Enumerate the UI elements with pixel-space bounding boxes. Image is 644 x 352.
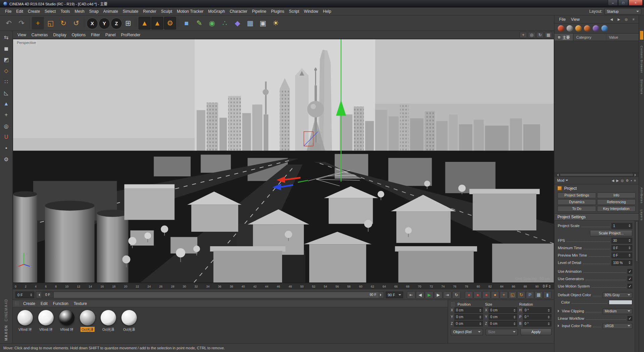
attribute-tab[interactable]: Info: [597, 192, 636, 198]
viewport-layout-toggle-icon[interactable]: ▦: [545, 32, 552, 38]
take-tree-area[interactable]: [554, 41, 639, 173]
current-frame-field[interactable]: 0 F: [15, 292, 34, 298]
menu-item[interactable]: Plugins: [269, 8, 286, 15]
material-preview-sphere[interactable]: [80, 310, 95, 325]
viewport-menu-item[interactable]: View: [15, 32, 29, 38]
attribute-tab[interactable]: Project Settings: [557, 192, 596, 198]
take-settings-icon[interactable]: [601, 25, 608, 32]
viewport-canvas[interactable]: Perspective Grid Spacing : 50 cm Y X: [13, 39, 554, 283]
section-header[interactable]: Project Settings: [554, 213, 639, 221]
rotation-b-field[interactable]: 0 °: [523, 321, 551, 326]
dock-tab[interactable]: Attributes: [640, 186, 643, 205]
menu-item[interactable]: Render: [141, 8, 159, 15]
material-preview-sphere[interactable]: [121, 310, 137, 325]
use-generators-checkbox[interactable]: ✓: [628, 276, 632, 281]
scale-project-button[interactable]: Scale Project...: [590, 230, 632, 236]
menu-item[interactable]: Motion Tracker: [174, 8, 206, 15]
use-motion-system-checkbox[interactable]: ✓: [628, 284, 632, 289]
attribute-tab[interactable]: Dynamics: [557, 199, 596, 205]
viewport-menu-item[interactable]: Options: [69, 32, 88, 38]
viewport-menu-item[interactable]: Filter: [88, 32, 103, 38]
take-filter-icon[interactable]: [593, 25, 599, 32]
take-sphere-icon[interactable]: [567, 25, 573, 32]
previous-frame-button[interactable]: ◀: [416, 291, 424, 299]
render-picture-viewer-button[interactable]: ▲: [151, 17, 163, 30]
material-item[interactable]: VRmtl 环: [58, 310, 76, 332]
menu-item[interactable]: Pipeline: [250, 8, 269, 15]
move-tool[interactable]: +: [32, 17, 44, 30]
position-z-field[interactable]: 0 cm: [454, 321, 483, 326]
record-keyframe-button[interactable]: ●: [465, 291, 473, 299]
default-object-color-dropdown[interactable]: 80% Gray: [603, 292, 632, 298]
fps-field[interactable]: 30: [611, 238, 632, 244]
material-menu-item[interactable]: Edit: [38, 301, 50, 307]
position-y-field[interactable]: 0 cm: [454, 314, 483, 320]
keyframe-selection-grid-button[interactable]: ▦: [535, 291, 543, 299]
subdivision-surface-button[interactable]: ◉: [206, 17, 218, 30]
level-of-detail-field[interactable]: 100 %: [611, 260, 632, 266]
light-button[interactable]: ☀: [270, 17, 282, 30]
material-preview-sphere[interactable]: [17, 310, 33, 325]
solo-animation-button[interactable]: ▮: [543, 291, 551, 299]
last-used-tool[interactable]: ↺: [70, 17, 82, 30]
apply-button[interactable]: Apply: [521, 328, 551, 335]
attribute-tab[interactable]: To Do: [557, 206, 596, 212]
texture-mode-button[interactable]: ◩: [2, 55, 11, 64]
minimize-button[interactable]: –: [608, 0, 618, 6]
scale-tool[interactable]: ◱: [45, 17, 57, 30]
ruler-frame-field[interactable]: 0 F: [543, 284, 551, 289]
use-animation-checkbox[interactable]: ✓: [628, 269, 632, 274]
am-back-icon[interactable]: ◀: [612, 179, 614, 182]
layout-dropdown[interactable]: Startup: [604, 8, 641, 14]
am-lock-icon[interactable]: ▪: [631, 179, 632, 182]
om-back-icon[interactable]: ◀: [608, 17, 614, 22]
autokeying-button[interactable]: ●: [474, 291, 482, 299]
model-mode-button[interactable]: ◼: [2, 44, 11, 53]
primitive-cube-button[interactable]: ■: [180, 17, 193, 30]
take-manager-menu-item[interactable]: File: [556, 16, 568, 23]
menu-item[interactable]: Sculpt: [159, 8, 174, 15]
floor-environment-button[interactable]: ▦: [244, 17, 256, 30]
input-color-profile-dropdown[interactable]: sRGB: [603, 323, 632, 329]
take-override-icon[interactable]: [584, 25, 590, 32]
key-scale-toggle[interactable]: ◱: [508, 291, 517, 299]
viewport-solo-button[interactable]: ◎: [2, 122, 11, 130]
panel-grip-icon[interactable]: [451, 302, 454, 307]
menu-item[interactable]: File: [3, 8, 14, 15]
material-menu-item[interactable]: Function: [50, 301, 71, 307]
play-button[interactable]: ▶: [425, 291, 433, 299]
x-axis-lock[interactable]: X: [87, 18, 98, 29]
go-to-end-button[interactable]: ⇥: [443, 291, 451, 299]
coordinate-system-toggle[interactable]: ⊞: [122, 17, 134, 30]
material-item[interactable]: VRmtl 环: [16, 310, 34, 332]
material-preview-sphere[interactable]: [101, 310, 116, 325]
frame-stepper[interactable]: [549, 284, 551, 289]
timeline-ruler[interactable]: 0246810121416182022242628303234363840424…: [13, 283, 554, 290]
viewport-menu-item[interactable]: Display: [50, 32, 69, 38]
objects-panel-active-tab[interactable]: [640, 31, 643, 40]
om-search-icon[interactable]: ◎: [623, 17, 629, 22]
menu-item[interactable]: Select: [42, 8, 58, 15]
record-options-button[interactable]: ●: [482, 291, 490, 299]
take-auto-icon[interactable]: [575, 25, 582, 32]
coord-size-dropdown[interactable]: Size: [486, 329, 518, 335]
material-preview-sphere[interactable]: [59, 310, 74, 325]
viewport-pan-icon[interactable]: +: [520, 32, 527, 38]
expand-icon[interactable]: [558, 324, 560, 327]
scrub-right-arrow[interactable]: [378, 292, 384, 298]
close-button[interactable]: ×: [629, 0, 643, 6]
key-rotation-toggle[interactable]: ↻: [517, 291, 525, 299]
attribute-mode-label[interactable]: Mod: [557, 178, 564, 182]
viewport-zoom-icon[interactable]: ◎: [528, 32, 535, 38]
am-search-icon[interactable]: ◎: [621, 179, 624, 182]
y-axis-lock[interactable]: Y: [99, 18, 110, 29]
points-mode-button[interactable]: ∷: [2, 77, 11, 86]
render-view-button[interactable]: ▲: [139, 17, 151, 30]
main-take-tab[interactable]: 主要: [554, 34, 573, 41]
dock-tab[interactable]: Structure: [640, 78, 643, 96]
viewport-menu-item[interactable]: Cameras: [29, 32, 51, 38]
key-pla-toggle[interactable]: P: [526, 291, 534, 299]
rotation-h-field[interactable]: 0 °: [523, 307, 551, 313]
menu-item[interactable]: Script: [286, 8, 302, 15]
material-item[interactable]: Oct光泽: [78, 310, 97, 332]
